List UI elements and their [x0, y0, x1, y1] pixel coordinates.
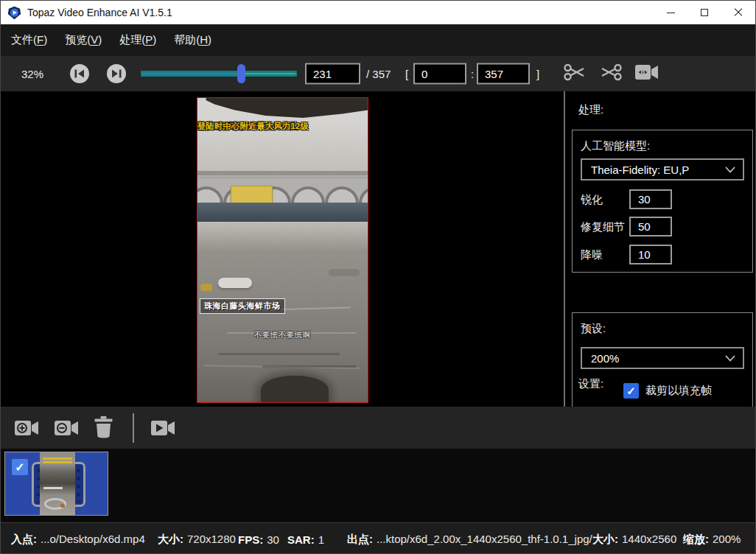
zoom-level-label: 32%: [21, 68, 43, 80]
status-scale: 缩放:200%: [683, 532, 741, 546]
thumbnail-strip: ✓: [1, 449, 755, 522]
range-bracket-open: [: [405, 68, 408, 80]
main-area: 台风“海高斯” 已在珠海市金湾区沿海登陆 登陆时中心附近最大风力12级: [1, 91, 755, 407]
trim-out-scissors-button[interactable]: [599, 60, 623, 87]
range-bracket-close: ]: [536, 68, 539, 80]
chevron-down-icon: [725, 166, 735, 173]
crop-to-fill-label: 裁剪以填充帧: [645, 384, 712, 398]
preset-label: 预设:: [581, 322, 606, 336]
scissors-mirrored-icon: [599, 60, 623, 84]
toolbar: 32% / 357 [ : ]: [1, 56, 755, 91]
skip-to-start-icon: [74, 69, 85, 78]
menu-item-help[interactable]: 帮助(H): [174, 30, 211, 50]
preset-value: 200%: [591, 352, 619, 365]
ai-model-select[interactable]: Theia-Fidelity: EU,P: [581, 158, 744, 180]
status-output-size: 大小:1440x2560: [592, 532, 676, 546]
processing-heading: 处理:: [578, 103, 603, 117]
camera-eye-icon: [634, 63, 659, 82]
processing-group: 人工智能模型: Theia-Fidelity: EU,P 锐化 修复细节 降噪: [572, 130, 753, 273]
denoise-input[interactable]: [629, 245, 672, 264]
timeline-slider[interactable]: [141, 64, 297, 83]
denoise-label: 降噪: [581, 248, 603, 262]
restore-detail-input[interactable]: [629, 217, 672, 236]
close-icon: [734, 8, 743, 17]
window-title: Topaz Video Enhance AI V1.5.1: [27, 7, 172, 18]
camera-play-icon: [150, 419, 175, 437]
settings-group: 预设: 200% ✓ 裁剪以填充帧: [572, 312, 753, 407]
ai-model-value: Theia-Fidelity: EU,P: [591, 164, 689, 176]
ai-model-label: 人工智能模型:: [581, 139, 650, 153]
check-icon: ✓: [15, 460, 24, 474]
process-video-button[interactable]: [150, 419, 175, 437]
video-submerged-car: [218, 278, 252, 288]
remove-video-button[interactable]: [54, 419, 79, 437]
minimize-icon: [667, 13, 675, 13]
video-location-label: 珠海白藤头海鲜市场: [200, 298, 285, 314]
range-end-input[interactable]: [477, 63, 530, 85]
menu-item-file[interactable]: 文件(F): [11, 30, 47, 50]
video-submerged-car-dark: [329, 269, 360, 276]
video-embankment-wall: [197, 203, 368, 222]
status-input-size: 大小:720x1280: [158, 532, 236, 546]
crop-to-fill-checkbox[interactable]: ✓: [623, 383, 639, 399]
camera-minus-icon: [54, 419, 79, 437]
thumbnail-checkbox[interactable]: ✓: [12, 459, 28, 475]
app-logo-icon: [7, 6, 21, 20]
sharpen-label: 锐化: [581, 193, 603, 207]
video-bridge: [197, 171, 368, 203]
add-video-button[interactable]: [14, 419, 39, 437]
right-panel: 处理: 人工智能模型: Theia-Fidelity: EU,P 锐化 修复细节…: [565, 91, 756, 407]
video-mist: [197, 222, 368, 251]
minimize-button[interactable]: [654, 1, 687, 24]
status-output-path: 出点:...ktop/x6d_2.00x_1440x2560_thf-1.0.1…: [347, 532, 592, 546]
frame-total-label: / 357: [366, 68, 391, 80]
skip-to-start-button[interactable]: [70, 64, 89, 83]
status-input-path: 入点:...o/Desktop/x6d.mp4: [11, 532, 145, 546]
trim-in-scissors-button[interactable]: [562, 60, 587, 87]
trash-icon: [94, 416, 113, 439]
video-canopy-shape: [197, 98, 368, 120]
check-icon: ✓: [626, 385, 636, 398]
video-debris-yellow: [200, 284, 212, 291]
status-sar: SAR:1: [287, 533, 324, 545]
chevron-down-icon: [725, 355, 735, 362]
delete-button[interactable]: [94, 416, 113, 439]
video-caption: 不要慌不要慌啊: [197, 330, 368, 340]
statusbar: 入点:...o/Desktop/x6d.mp4 大小:720x1280 FPS:…: [1, 522, 755, 554]
menubar: 文件(F) 预览(V) 处理(P) 帮助(H): [1, 24, 755, 56]
range-separator: :: [471, 68, 474, 80]
titlebar: Topaz Video Enhance AI V1.5.1: [1, 1, 755, 24]
crop-to-fill-row: ✓ 裁剪以填充帧: [623, 383, 712, 399]
overlay-title-line3: 登陆时中心附近最大风力12级: [197, 121, 309, 131]
range-start-input[interactable]: [413, 63, 466, 85]
current-frame-input[interactable]: [305, 63, 360, 85]
maximize-button[interactable]: [687, 1, 721, 24]
restore-detail-label: 修复细节: [581, 220, 625, 234]
window-controls: [654, 1, 755, 24]
sharpen-input[interactable]: [629, 189, 672, 209]
skip-to-end-button[interactable]: [107, 64, 126, 83]
preview-button[interactable]: [634, 63, 659, 85]
scissors-icon: [562, 60, 587, 84]
slider-handle[interactable]: [237, 64, 245, 83]
clip-toolbar: [1, 407, 755, 449]
clipbar-divider: [133, 413, 134, 443]
close-button[interactable]: [721, 1, 755, 24]
preset-select[interactable]: 200%: [581, 347, 744, 369]
skip-to-end-icon: [111, 69, 122, 78]
menu-item-process[interactable]: 处理(P): [119, 30, 156, 50]
camera-plus-icon: [14, 419, 39, 437]
thumbnail-item-selected[interactable]: ✓: [4, 452, 108, 516]
thumbnail-video-frame: [40, 452, 75, 515]
status-fps: FPS:30: [238, 533, 279, 545]
video-foreground-debris: [261, 376, 329, 403]
menu-item-preview[interactable]: 预览(V): [65, 30, 102, 50]
maximize-icon: [701, 9, 708, 16]
slider-progress: [142, 73, 242, 74]
app-window: Topaz Video Enhance AI V1.5.1 文件(F) 预览(V…: [0, 0, 756, 554]
video-preview[interactable]: 台风“海高斯” 已在珠海市金湾区沿海登陆 登陆时中心附近最大风力12级: [197, 97, 368, 403]
